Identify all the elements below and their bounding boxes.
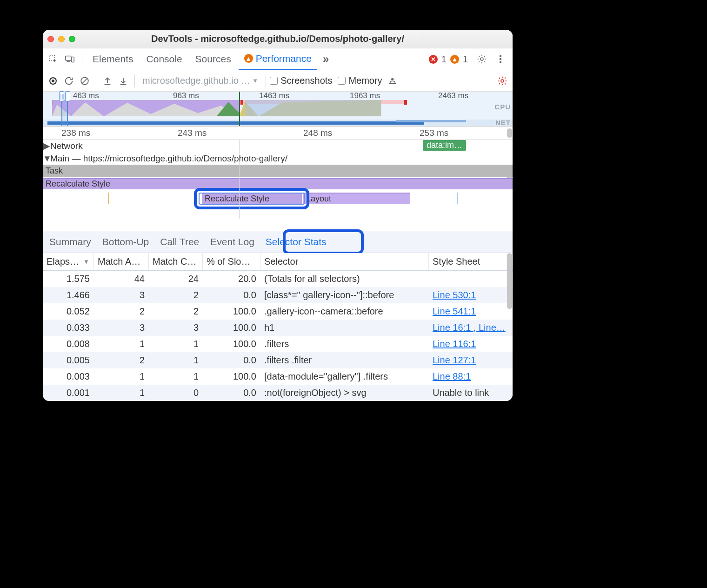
ov-tick: 2463 ms: [438, 91, 468, 100]
panel-tabs: Elements Console Sources ▲ Performance »…: [43, 48, 513, 70]
disclosure-icon[interactable]: ▼: [43, 154, 50, 164]
col-elapsed[interactable]: Elaps…: [43, 253, 94, 270]
tab-event-log[interactable]: Event Log: [210, 236, 254, 247]
error-icon: ✕: [429, 55, 438, 64]
svg-point-4: [480, 58, 483, 60]
svg-point-7: [500, 61, 501, 63]
table-row[interactable]: 1.575442420.0(Totals for all selectors): [43, 271, 513, 287]
table-row[interactable]: 0.001100.0:not(foreignObject) > svgUnabl…: [43, 385, 513, 401]
warning-icon: ▲: [450, 55, 459, 64]
ov-tick: 1963 ms: [350, 91, 380, 100]
capture-settings-icon[interactable]: [495, 74, 510, 88]
disclosure-icon[interactable]: ▶: [43, 140, 50, 151]
flame-layout[interactable]: Layout: [303, 193, 410, 204]
recording-select[interactable]: microsoftedge.github.io …▼: [139, 75, 262, 86]
svg-point-6: [500, 59, 501, 60]
error-count: 1: [441, 54, 447, 65]
tab-console[interactable]: Console: [141, 48, 188, 70]
tab-selector-stats[interactable]: Selector Stats: [266, 236, 327, 247]
tab-sources[interactable]: Sources: [190, 48, 237, 70]
record-button[interactable]: [46, 74, 60, 88]
table-row[interactable]: 1.466320.0[class*=" gallery-icon--"]::be…: [43, 287, 513, 303]
tab-call-tree[interactable]: Call Tree: [160, 236, 199, 247]
svg-rect-1: [66, 56, 71, 60]
cpu-label: CPU: [494, 103, 511, 111]
flame-recalc-style-selected[interactable]: Recalculate Style: [202, 193, 302, 204]
stylesheet-link[interactable]: Line 116:1: [433, 339, 476, 349]
table-row[interactable]: 0.005210.0.filters .filterLine 127:1: [43, 352, 513, 368]
garbage-collect-icon[interactable]: [385, 74, 400, 88]
warning-icon: ▲: [244, 54, 253, 63]
tab-elements[interactable]: Elements: [87, 48, 139, 70]
device-toggle-icon[interactable]: [62, 52, 77, 67]
ov-tick: 463 ms: [73, 91, 99, 100]
stylesheet-link[interactable]: Line 541:1: [433, 306, 476, 317]
svg-rect-14: [245, 100, 381, 116]
tab-summary[interactable]: Summary: [49, 236, 91, 247]
table-row[interactable]: 0.00311100.0[data-module="gallery"] .fil…: [43, 368, 513, 385]
separator: [491, 74, 491, 87]
col-match-attempts[interactable]: Match A…: [94, 253, 149, 270]
ov-tick: 963 ms: [173, 91, 199, 100]
col-match-count[interactable]: Match C…: [149, 253, 203, 270]
separator: [82, 53, 82, 66]
devtools-window: DevTools - microsoftedge.github.io/Demos…: [43, 30, 513, 401]
separator: [96, 74, 96, 87]
net-label: NET: [495, 119, 511, 127]
gear-icon[interactable]: [474, 52, 489, 67]
svg-point-5: [500, 55, 501, 57]
scrollbar[interactable]: [507, 253, 512, 309]
svg-rect-3: [72, 57, 74, 62]
timeline-ruler: 238 ms 243 ms 248 ms 253 ms: [43, 127, 513, 140]
perf-toolbar: microsoftedge.github.io …▼ Screenshots M…: [43, 70, 513, 92]
overview-viewport[interactable]: [61, 92, 68, 126]
timeline-overview[interactable]: 463 ms 963 ms 1463 ms 1963 ms 2463 ms CP…: [43, 92, 513, 127]
screenshots-checkbox[interactable]: Screenshots: [270, 75, 332, 86]
svg-line-9: [82, 78, 87, 83]
cpu-band: [43, 100, 513, 116]
window-title: DevTools - microsoftedge.github.io/Demos…: [43, 33, 513, 44]
stylesheet-link[interactable]: Line 127:1: [433, 355, 476, 366]
network-track-header[interactable]: ▶ Network data:im…: [43, 140, 513, 152]
flamechart[interactable]: ▶ Network data:im… ▼ Main — https://micr…: [43, 140, 513, 219]
detail-tabs: Summary Bottom-Up Call Tree Event Log Se…: [43, 231, 513, 253]
table-row[interactable]: 0.05222100.0.gallery-icon--camera::befor…: [43, 303, 513, 320]
net-band: [43, 120, 513, 126]
tab-performance[interactable]: ▲ Performance: [239, 48, 317, 70]
stylesheet-link[interactable]: Line 88:1: [433, 371, 471, 382]
flame-task[interactable]: Task: [43, 166, 513, 177]
clear-button[interactable]: [77, 74, 92, 88]
network-entry[interactable]: data:im…: [423, 140, 466, 151]
stylesheet-link[interactable]: Line 16:1 , Line…: [433, 322, 506, 333]
col-selector[interactable]: Selector: [260, 253, 429, 270]
kebab-icon[interactable]: [493, 52, 508, 67]
more-tabs-button[interactable]: »: [319, 53, 333, 66]
download-icon[interactable]: [116, 74, 131, 88]
selector-stats-table: Elaps… Match A… Match C… % of Slo… Selec…: [43, 253, 513, 401]
col-stylesheet[interactable]: Style Sheet: [429, 253, 513, 270]
main-track-header[interactable]: ▼ Main — https://microsoftedge.github.io…: [43, 152, 513, 165]
table-header: Elaps… Match A… Match C… % of Slo… Selec…: [43, 253, 513, 271]
table-row[interactable]: 0.03333100.0h1Line 16:1 , Line…: [43, 320, 513, 336]
memory-checkbox[interactable]: Memory: [338, 75, 382, 86]
col-pct-slow[interactable]: % of Slo…: [203, 253, 260, 270]
titlebar: DevTools - microsoftedge.github.io/Demos…: [43, 30, 513, 48]
inspect-icon[interactable]: [46, 52, 60, 67]
scrollbar[interactable]: [507, 128, 512, 138]
flame-recalc-style[interactable]: Recalculate Style: [43, 178, 513, 189]
reload-record-button[interactable]: [61, 74, 76, 88]
tab-bottom-up[interactable]: Bottom-Up: [102, 236, 149, 247]
separator: [266, 74, 266, 87]
stylesheet-link[interactable]: Line 530:1: [433, 290, 476, 301]
table-row[interactable]: 0.00811100.0.filtersLine 116:1: [43, 336, 513, 352]
upload-icon[interactable]: [100, 74, 115, 88]
svg-point-12: [501, 80, 504, 82]
separator: [134, 74, 135, 87]
warning-count: 1: [463, 54, 468, 65]
ov-tick: 1463 ms: [259, 91, 289, 100]
